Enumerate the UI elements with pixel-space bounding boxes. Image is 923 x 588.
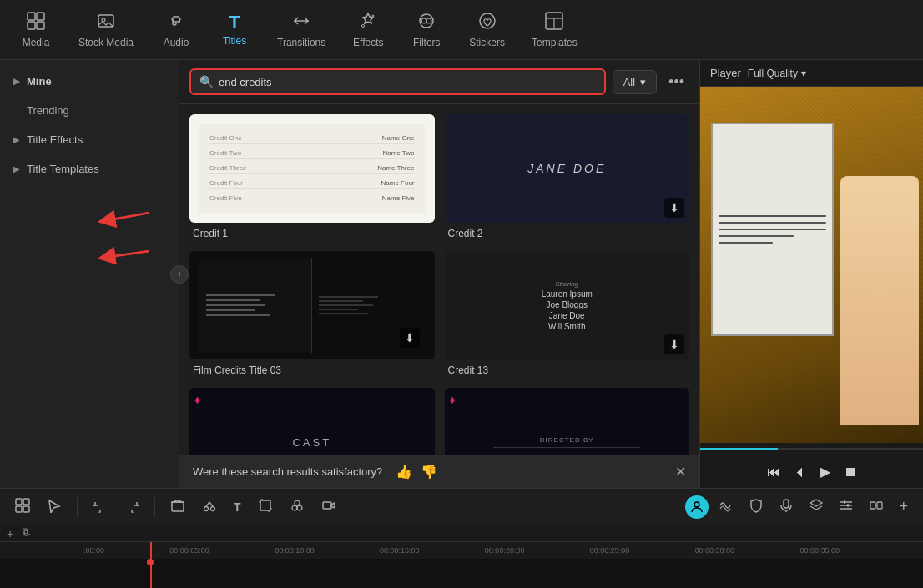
step-back-button[interactable]: ⏴ [794, 465, 807, 480]
nav-stickers[interactable]: Stickers [456, 5, 518, 55]
svg-rect-31 [877, 502, 882, 509]
nav-stock-media[interactable]: Stock Media [65, 5, 147, 55]
add-track-button[interactable]: + [894, 495, 913, 519]
card-credit-2[interactable]: JANE DOE ⬇ Credit 2 [445, 114, 690, 241]
player-label: Player [710, 67, 741, 79]
whiteboard [711, 123, 834, 336]
filter-chevron-icon: ▾ [640, 76, 646, 88]
record-button[interactable] [316, 495, 341, 520]
undo-button[interactable] [88, 495, 113, 520]
timeline-link-button[interactable] [20, 526, 32, 540]
audio-icon [167, 12, 185, 33]
svg-rect-25 [323, 502, 331, 509]
crop-button[interactable] [253, 495, 278, 520]
timeline-add-button[interactable]: + [7, 527, 13, 540]
svg-point-23 [297, 505, 302, 510]
nav-templates[interactable]: Templates [518, 5, 591, 55]
card-credit-2-label: Credit 2 [445, 226, 690, 241]
avatar-button[interactable] [685, 495, 709, 519]
satisfaction-actions: 👍 👎 [396, 464, 437, 480]
trim-button[interactable] [834, 495, 859, 520]
time-mark-10: 00:00:10:00 [275, 546, 315, 555]
nav-effects[interactable]: Effects [339, 5, 397, 55]
rewind-icon: ⏮ [767, 465, 780, 479]
person-figure [840, 176, 918, 425]
mic-button[interactable] [774, 495, 799, 520]
stickers-icon [478, 12, 497, 33]
split-view-button[interactable] [10, 495, 35, 520]
link-media-button[interactable] [864, 495, 889, 520]
search-input[interactable] [219, 76, 596, 88]
shield-button[interactable] [744, 495, 769, 520]
select-tool-button[interactable] [42, 495, 67, 520]
svg-rect-30 [870, 502, 875, 509]
quality-selector[interactable]: Full Quality ▾ [748, 68, 806, 79]
toolbar-separator-2 [154, 497, 155, 517]
effects-icon [359, 12, 377, 33]
card-credit-2-thumb: JANE DOE ⬇ [445, 114, 690, 223]
progress-bar-wrapper [700, 443, 923, 455]
search-icon: 🔍 [199, 75, 214, 88]
sidebar-trending-label: Trending [27, 104, 69, 117]
video-preview [700, 87, 923, 443]
card-film-credits-03-label: Film Credits Title 03 [189, 363, 435, 378]
sidebar-item-trending[interactable]: Trending [0, 96, 179, 125]
nav-titles-label: Titles [223, 35, 246, 47]
satisfaction-bar: Were these search results satisfactory? … [179, 455, 699, 488]
more-options-button[interactable]: ••• [663, 70, 689, 94]
player-header: Player Full Quality ▾ [700, 60, 923, 87]
paint-button[interactable] [285, 495, 310, 520]
card-directed-by[interactable]: DIRECTED BY ♦ [445, 388, 690, 455]
sidebar-item-title-templates[interactable]: ▶ Title Templates [0, 154, 179, 183]
player-controls: ⏮ ⏴ ▶ ⏹ [700, 455, 923, 488]
nav-audio[interactable]: Audio [147, 5, 205, 55]
layers-button[interactable] [804, 495, 829, 520]
svg-rect-3 [37, 22, 44, 29]
svg-point-19 [204, 506, 209, 510]
title-effects-arrow-icon: ▶ [13, 135, 20, 144]
sidebar-item-mine[interactable]: ▶ Mine [0, 67, 179, 96]
card-credit-13[interactable]: Starring Lauren Ipsum Joe Bloggs Jane Do… [445, 251, 690, 378]
card-cast[interactable]: CAST ♦ [189, 388, 435, 455]
text-button[interactable]: T [229, 497, 246, 517]
collapse-icon: ‹ [178, 269, 180, 279]
sidebar-item-title-effects[interactable]: ▶ Title Effects [0, 125, 179, 154]
svg-point-20 [211, 506, 215, 510]
satisfaction-close-button[interactable]: ✕ [675, 464, 686, 480]
time-mark-0: :00:00 [83, 546, 104, 555]
sidebar-collapse-button[interactable]: ‹ [170, 265, 189, 284]
nav-templates-label: Templates [532, 37, 578, 48]
cut-button[interactable] [197, 495, 222, 520]
timeline-track[interactable] [0, 559, 923, 588]
nav-stock-media-label: Stock Media [78, 37, 134, 48]
svg-rect-29 [847, 504, 849, 507]
time-needle[interactable] [150, 542, 152, 559]
ripple-button[interactable] [714, 495, 739, 520]
toolbar-separator-1 [77, 497, 78, 517]
progress-bar[interactable] [700, 448, 923, 450]
play-button[interactable]: ▶ [820, 464, 830, 480]
svg-rect-28 [844, 500, 845, 504]
nav-titles[interactable]: T Titles [205, 7, 264, 53]
card-film-credits-03[interactable]: ⬇ Film Credits Title 03 [189, 251, 435, 378]
stop-button[interactable]: ⏹ [844, 465, 857, 480]
thumbs-up-button[interactable]: 👍 [396, 464, 412, 480]
svg-rect-15 [23, 499, 29, 505]
play-icon: ▶ [820, 465, 830, 479]
svg-point-5 [102, 18, 105, 22]
stop-icon: ⏹ [844, 465, 857, 479]
redo-button[interactable] [119, 495, 144, 520]
nav-transitions[interactable]: Transitions [264, 5, 339, 55]
rewind-button[interactable]: ⏮ [767, 465, 780, 480]
sidebar-title-templates-label: Title Templates [27, 163, 99, 175]
card-cast-thumb: CAST ♦ [189, 388, 435, 455]
sidebar: ▶ Mine Trending ▶ Title Effects ▶ Title … [0, 60, 179, 488]
nav-filters[interactable]: Filters [397, 5, 456, 55]
nav-audio-label: Audio [164, 37, 189, 48]
thumbs-down-button[interactable]: 👎 [421, 464, 437, 480]
search-input-wrapper[interactable]: 🔍 [189, 68, 606, 95]
delete-button[interactable] [165, 495, 190, 520]
nav-media[interactable]: Media [7, 5, 65, 55]
card-credit-1[interactable]: Credit OneName One Credit TwoName Two Cr… [189, 114, 435, 241]
filter-dropdown[interactable]: All ▾ [613, 70, 657, 94]
